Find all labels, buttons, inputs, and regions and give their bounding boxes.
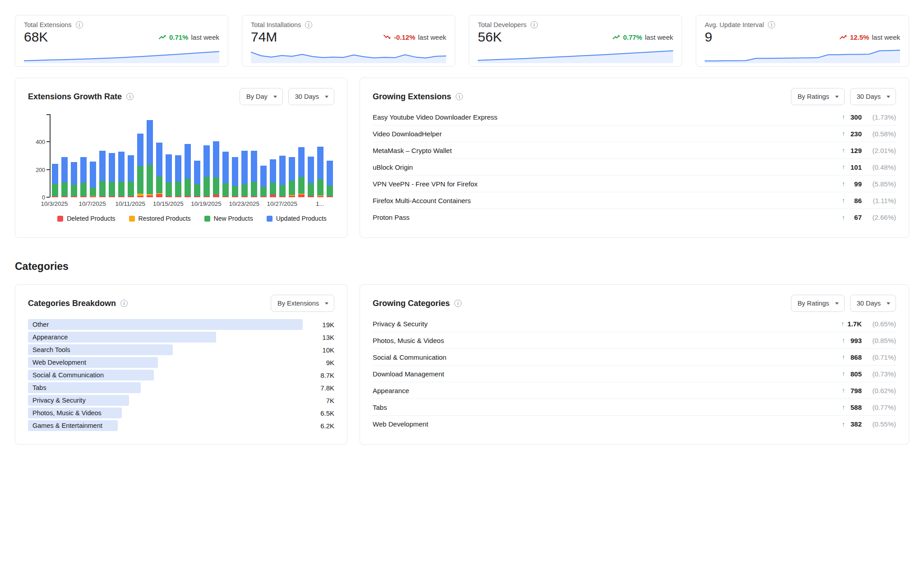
bar-10-11-2025[interactable]: [126, 114, 136, 197]
bar-10-28-2025[interactable]: [287, 114, 296, 197]
bar-segment-deleted-products: [128, 196, 134, 197]
info-icon[interactable]: i: [76, 21, 83, 28]
list-item-tabs[interactable]: Tabs↑588(0.77%): [373, 399, 896, 416]
trend-up-icon: [839, 34, 847, 40]
dropdown-by-day[interactable]: By Day: [240, 88, 283, 105]
item-delta: 868: [848, 353, 862, 361]
bar-10-5-2025[interactable]: [69, 114, 79, 197]
bar-10-23-2025[interactable]: [240, 114, 249, 197]
list-item-photos-music-videos[interactable]: Photos, Music & Videos↑993(0.85%): [373, 332, 896, 349]
list-item-video-downloadhelper[interactable]: Video DownloadHelper↑230(0.58%): [373, 125, 896, 142]
info-icon[interactable]: i: [456, 93, 463, 100]
bar-segment-updated-products: [71, 162, 77, 185]
bar-10-22-2025[interactable]: [230, 114, 240, 197]
info-icon[interactable]: i: [531, 21, 538, 28]
x-axis-tick-label: 10/19/2025: [191, 200, 222, 207]
category-value: 6.5K: [303, 409, 334, 417]
dropdown-by-extensions[interactable]: By Extensions: [271, 295, 334, 312]
dropdown-group: By Ratings30 Days: [791, 88, 896, 105]
list-item-download-management[interactable]: Download Management↑805(0.73%): [373, 366, 896, 382]
sparkline-chart: [251, 48, 446, 63]
bar-10-9-2025[interactable]: [107, 114, 117, 197]
bar-10-13-2025[interactable]: [145, 114, 155, 197]
trend-up-icon: [612, 34, 620, 40]
panel-header: Growing Extensions i By Ratings30 Days: [373, 88, 896, 105]
bar-10-7-2025[interactable]: [88, 114, 98, 197]
list-item-appearance[interactable]: Appearance↑798(0.62%): [373, 382, 896, 399]
bar-10-14-2025[interactable]: [155, 114, 164, 197]
category-bar-row-photos-music-videos[interactable]: Photos, Music & Videos6.5K: [28, 407, 334, 419]
category-bar-row-other[interactable]: Other19K: [28, 318, 334, 331]
item-name: Appearance: [373, 387, 409, 394]
list-item-firefox-multi-account-containers[interactable]: Firefox Multi-Account Containers↑86(1.11…: [373, 192, 896, 209]
bar-10-17-2025[interactable]: [183, 114, 193, 197]
item-delta: 382: [848, 420, 862, 428]
dropdown-by-ratings[interactable]: By Ratings: [791, 295, 845, 312]
info-icon[interactable]: i: [454, 300, 462, 307]
category-bar-row-web-development[interactable]: Web Development9K: [28, 356, 334, 369]
growing-extensions-panel: Growing Extensions i By Ratings30 Days E…: [360, 78, 909, 238]
list-item-social-communication[interactable]: Social & Communication↑868(0.71%): [373, 349, 896, 366]
bar-10-18-2025[interactable]: [193, 114, 202, 197]
bar-10-15-2025[interactable]: [164, 114, 174, 197]
dropdown-by-ratings[interactable]: By Ratings: [791, 88, 845, 105]
bar-10-24-2025[interactable]: [249, 114, 259, 197]
list-item-easy-youtube-video-downloader-express[interactable]: Easy Youtube Video Downloader Express↑30…: [373, 109, 896, 125]
list-item-metamask-crypto-wallet[interactable]: MetaMask – Crypto Wallet↑129(2.01%): [373, 142, 896, 159]
category-bar-row-tabs[interactable]: Tabs7.8K: [28, 381, 334, 394]
bar-10-12-2025[interactable]: [136, 114, 145, 197]
stat-delta: 12.5%: [850, 33, 869, 41]
chevron-down-icon: [835, 302, 839, 305]
y-axis-tick-mark: [46, 141, 50, 142]
list-item-web-development[interactable]: Web Development↑382(0.55%): [373, 416, 896, 432]
bar-10-29-2025[interactable]: [296, 114, 306, 197]
bar-segment-new-products: [327, 185, 333, 197]
dropdown-30-days[interactable]: 30 Days: [288, 88, 334, 105]
stat-label: Total Installations: [251, 21, 301, 28]
bar-10-21-2025[interactable]: [221, 114, 230, 197]
chevron-down-icon: [835, 96, 839, 98]
bar-segment-updated-products: [308, 157, 314, 184]
bar-10-4-2025[interactable]: [60, 114, 69, 197]
info-icon[interactable]: i: [126, 93, 134, 100]
info-icon[interactable]: i: [305, 21, 312, 28]
info-icon[interactable]: i: [120, 300, 128, 307]
bar-11-1-2025[interactable]: [325, 114, 334, 197]
up-arrow-icon: ↑: [842, 387, 845, 394]
item-name: Firefox Multi-Account Containers: [373, 197, 471, 204]
category-bar-row-search-tools[interactable]: Search Tools10K: [28, 343, 334, 356]
category-bar-row-privacy-security[interactable]: Privacy & Security7K: [28, 394, 334, 407]
bar-10-6-2025[interactable]: [79, 114, 88, 197]
categories-breakdown-panel: Categories Breakdown i By Extensions Oth…: [15, 284, 347, 445]
dropdown-30-days[interactable]: 30 Days: [850, 295, 896, 312]
bar-segment-updated-products: [279, 156, 286, 185]
category-bar-row-appearance[interactable]: Appearance13K: [28, 331, 334, 343]
stat-card-avg-update-interval: Avg. Update Intervali912.5%last week: [696, 15, 909, 67]
dropdown-30-days[interactable]: 30 Days: [850, 88, 896, 105]
category-bar-row-games-entertainment[interactable]: Games & Entertainment6.2K: [28, 419, 334, 432]
bar-10-10-2025[interactable]: [117, 114, 126, 197]
stat-delta: 0.77%: [623, 33, 642, 41]
bar-10-20-2025[interactable]: [211, 114, 221, 197]
list-item-ublock-origin[interactable]: uBlock Origin↑101(0.48%): [373, 159, 896, 176]
bar-10-19-2025[interactable]: [202, 114, 212, 197]
list-item-proton-pass[interactable]: Proton Pass↑67(2.66%): [373, 209, 896, 226]
info-icon[interactable]: i: [768, 21, 775, 28]
category-bar-row-social-communication[interactable]: Social & Communication8.7K: [28, 369, 334, 381]
bar-10-26-2025[interactable]: [268, 114, 277, 197]
list-item-vpn-veepn-free-vpn-for-firefox[interactable]: VPN VeePN - Free VPN for Firefox↑99(5.85…: [373, 176, 896, 192]
bar-segment-new-products: [137, 166, 143, 194]
bar-10-25-2025[interactable]: [259, 114, 268, 197]
bar-10-3-2025[interactable]: [51, 114, 60, 197]
growing-categories-panel: Growing Categories i By Ratings30 Days P…: [360, 284, 909, 445]
bar-10-8-2025[interactable]: [98, 114, 107, 197]
bar-10-31-2025[interactable]: [315, 114, 325, 197]
dropdown-label: 30 Days: [857, 93, 881, 100]
bar-10-27-2025[interactable]: [277, 114, 287, 197]
bar-10-16-2025[interactable]: [174, 114, 183, 197]
bar-10-30-2025[interactable]: [306, 114, 315, 197]
bar-segment-updated-products: [270, 159, 276, 183]
item-delta: 101: [848, 163, 862, 171]
list-item-privacy-security[interactable]: Privacy & Security↑1.7K(0.65%): [373, 315, 896, 332]
legend-label: Updated Products: [276, 215, 327, 222]
